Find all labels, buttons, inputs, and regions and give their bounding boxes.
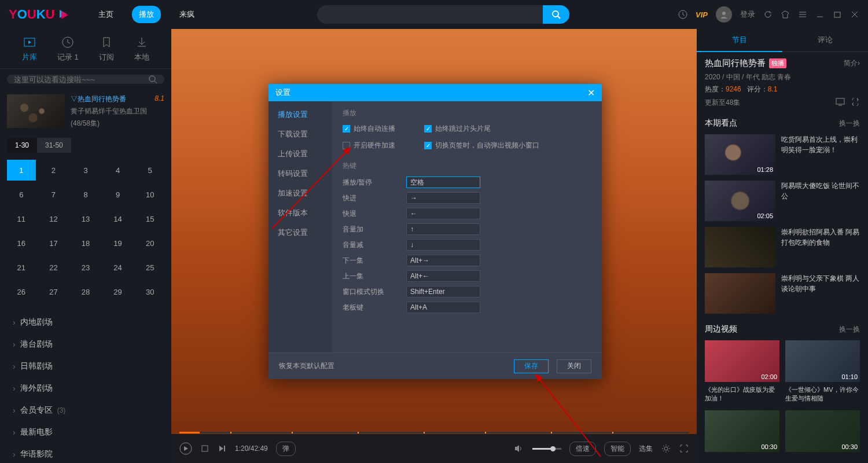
category-item[interactable]: 内地剧场 xyxy=(0,311,171,333)
volume-icon[interactable] xyxy=(514,443,524,454)
danmu-toggle[interactable]: 弹 xyxy=(276,442,296,456)
speed-button[interactable]: 倍速 xyxy=(569,442,596,456)
episode-cell[interactable]: 20 xyxy=(135,233,164,253)
dialog-side-item[interactable]: 播放设置 xyxy=(269,105,332,124)
sidebar-search[interactable] xyxy=(7,75,164,84)
chk-autoplay[interactable]: 始终自动连播 xyxy=(343,124,395,134)
hotkey-input[interactable] xyxy=(406,192,480,204)
episode-cell[interactable]: 21 xyxy=(7,257,36,278)
menu-icon[interactable] xyxy=(798,10,807,19)
play-button[interactable] xyxy=(179,442,192,455)
hotkey-input[interactable] xyxy=(406,302,480,313)
hotkey-input[interactable] xyxy=(406,208,480,219)
episodes-button[interactable]: 选集 xyxy=(639,444,653,454)
clip-item[interactable]: 01:28吃货阿易首次上线，崇利明笑得一脸宠溺！ xyxy=(705,134,860,175)
episode-cell[interactable]: 8 xyxy=(71,184,100,205)
episode-cell[interactable]: 28 xyxy=(71,281,100,302)
refresh-icon[interactable] xyxy=(763,10,773,19)
episode-cell[interactable]: 24 xyxy=(104,257,133,278)
episode-cell[interactable]: 25 xyxy=(135,257,164,278)
episode-cell[interactable]: 12 xyxy=(39,208,68,229)
episode-cell[interactable]: 13 xyxy=(71,208,100,229)
maximize-icon[interactable] xyxy=(833,10,842,19)
swap-button[interactable]: 换一换 xyxy=(839,325,860,335)
tab-library[interactable]: 片库 xyxy=(22,36,37,63)
media-card[interactable]: ▽热血同行艳势番8.1 黄子韬易烊千玺热血卫国 (48/58集) xyxy=(0,90,171,133)
chk-popout[interactable]: 切换页签时，自动弹出视频小窗口 xyxy=(424,141,539,150)
hotkey-input[interactable] xyxy=(406,239,480,251)
save-button[interactable]: 保存 xyxy=(514,359,549,373)
search-button[interactable] xyxy=(543,5,569,24)
dialog-titlebar[interactable]: 设置 ✕ xyxy=(269,84,602,101)
episode-cell[interactable]: 1 xyxy=(7,160,36,181)
avatar[interactable] xyxy=(716,6,732,23)
chk-hw-accel[interactable]: 开启硬件加速 xyxy=(343,141,395,150)
episode-cell[interactable]: 6 xyxy=(7,184,36,205)
dialog-side-item[interactable]: 软件版本 xyxy=(269,203,332,223)
episode-cell[interactable]: 30 xyxy=(135,281,164,302)
close-button[interactable]: 关闭 xyxy=(557,359,591,373)
tab-local[interactable]: 本地 xyxy=(134,36,149,63)
around-item[interactable]: 00:30 xyxy=(705,410,779,452)
episode-cell[interactable]: 2 xyxy=(39,160,68,181)
settings-icon[interactable] xyxy=(661,443,671,454)
tab-subscribe[interactable]: 订阅 xyxy=(99,36,114,63)
sync-icon[interactable] xyxy=(851,98,860,108)
episode-cell[interactable]: 3 xyxy=(71,160,100,181)
close-icon[interactable]: ✕ xyxy=(587,87,595,98)
monitor-icon[interactable] xyxy=(836,98,845,108)
ep-range-1[interactable]: 1-30 xyxy=(7,138,37,153)
episode-cell[interactable]: 29 xyxy=(104,281,133,302)
episode-cell[interactable]: 11 xyxy=(7,208,36,229)
dialog-side-item[interactable]: 上传设置 xyxy=(269,144,332,164)
intro-link[interactable]: 简介› xyxy=(844,58,860,68)
around-item[interactable]: 00:30 xyxy=(785,410,860,452)
hotkey-input[interactable] xyxy=(406,177,480,188)
dialog-side-item[interactable]: 加速设置 xyxy=(269,183,332,203)
chk-skip-intro[interactable]: 始终跳过片头片尾 xyxy=(424,124,491,134)
episode-cell[interactable]: 26 xyxy=(7,281,36,302)
hotkey-input[interactable] xyxy=(406,255,480,266)
episode-cell[interactable]: 23 xyxy=(71,257,100,278)
progress-bar[interactable] xyxy=(179,432,689,433)
skin-icon[interactable] xyxy=(781,10,790,19)
episode-cell[interactable]: 16 xyxy=(7,233,36,253)
ep-range-2[interactable]: 31-50 xyxy=(37,138,71,153)
dialog-side-item[interactable]: 下载设置 xyxy=(269,124,332,144)
hotkey-input[interactable] xyxy=(406,270,480,282)
dialog-side-item[interactable]: 转码设置 xyxy=(269,164,332,183)
category-item[interactable]: 日韩剧场 xyxy=(0,355,171,377)
episode-cell[interactable]: 15 xyxy=(135,208,164,229)
close-window-icon[interactable] xyxy=(850,10,859,19)
clip-item[interactable]: 02:05阿易喂大傻吃饭 论世间不公 xyxy=(705,181,860,221)
category-item[interactable]: 会员专区 (3) xyxy=(0,399,171,421)
episode-cell[interactable]: 7 xyxy=(39,184,68,205)
minimize-icon[interactable] xyxy=(815,10,825,19)
tab-comments[interactable]: 评论 xyxy=(782,29,868,52)
category-item[interactable]: 港台剧场 xyxy=(0,333,171,355)
hotkey-input[interactable] xyxy=(406,223,480,235)
clip-item[interactable]: 01:44崇利明欲招阿易入番 阿易打包吃剩的食物 xyxy=(705,227,860,267)
stop-button[interactable] xyxy=(200,444,209,453)
nav-home[interactable]: 主页 xyxy=(91,6,120,23)
around-item[interactable]: 01:10 《一世倾心》MV，许你今生爱与情相随 xyxy=(785,340,860,403)
episode-cell[interactable]: 27 xyxy=(39,281,68,302)
episode-cell[interactable]: 10 xyxy=(135,184,164,205)
dialog-side-item[interactable]: 其它设置 xyxy=(269,223,332,242)
hotkey-input[interactable] xyxy=(406,286,480,297)
episode-cell[interactable]: 4 xyxy=(104,160,133,181)
sidebar-search-input[interactable] xyxy=(14,75,148,84)
episode-cell[interactable]: 14 xyxy=(104,208,133,229)
reset-link[interactable]: 恢复本页默认配置 xyxy=(279,361,334,371)
vip-link[interactable]: VIP xyxy=(696,10,708,19)
clip-item[interactable]: 02:08崇利明与父亲下象棋 两人谈论朝中事 xyxy=(705,273,860,314)
episode-cell[interactable]: 9 xyxy=(104,184,133,205)
tab-history[interactable]: 记录 1 xyxy=(57,36,79,63)
fullscreen-icon[interactable] xyxy=(679,444,689,453)
next-button[interactable] xyxy=(218,444,227,453)
brand-logo[interactable]: YOUKU xyxy=(9,7,68,22)
category-item[interactable]: 海外剧场 xyxy=(0,377,171,399)
tab-program[interactable]: 节目 xyxy=(697,29,782,52)
nav-play[interactable]: 播放 xyxy=(132,6,161,23)
episode-cell[interactable]: 5 xyxy=(135,160,164,181)
